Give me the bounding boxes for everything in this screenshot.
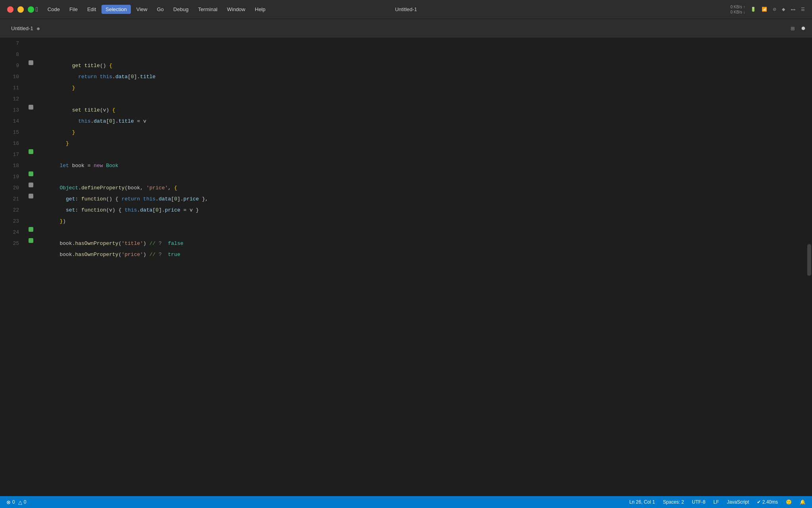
- encoding[interactable]: UTF-8: [692, 499, 705, 505]
- line-num-20: 20: [0, 183, 27, 194]
- menu-file[interactable]: File: [65, 5, 82, 14]
- code-line-20: 20 get: function() { return this.data[0]…: [0, 183, 812, 194]
- status-bar: ⊗ 0 △ 0 Ln 26, Col 1 Spaces: 2 UTF-8 LF …: [0, 496, 812, 508]
- gutter-16: [27, 138, 35, 143]
- code-line-24: 24 book.hasOwnProperty('title') // ? fal…: [0, 227, 812, 238]
- window-title: Untitled-1: [395, 6, 417, 12]
- menu-help[interactable]: Help: [251, 5, 270, 14]
- tab-bar: Untitled-1 ● ⊞ ●: [0, 19, 812, 38]
- gutter-19: [27, 171, 35, 176]
- title-bar-right: 0 KB/s ↑ 0 KB/s ↓ 🔋 📶 ⊘ ◆ ••• ☰: [730, 4, 805, 15]
- kb-speed: 0 KB/s ↑ 0 KB/s ↓: [730, 4, 745, 15]
- code-line-17: 17 let book = new Book: [0, 149, 812, 160]
- line-num-15: 15: [0, 127, 27, 138]
- minimize-button[interactable]: [17, 6, 24, 13]
- gutter-15: [27, 127, 35, 132]
- menu-go[interactable]: Go: [153, 5, 168, 14]
- gutter-22: [27, 205, 35, 210]
- line-num-8: 8: [0, 49, 27, 60]
- menu-apple[interactable]: : [32, 4, 42, 15]
- editor-container: 7 8 get title() { 9 return this.data[0].…: [0, 38, 812, 496]
- spaces[interactable]: Spaces: 2: [663, 499, 684, 505]
- gutter-23: [27, 216, 35, 221]
- gutter-7: [27, 38, 35, 43]
- line-num-18: 18: [0, 160, 27, 171]
- status-error[interactable]: ⊗ 0 △ 0: [6, 499, 26, 505]
- error-count: 0: [12, 499, 15, 505]
- code-line-13: 13 this.data[0].title = v: [0, 105, 812, 116]
- more-icon: •••: [791, 7, 795, 12]
- line-num-7: 7: [0, 38, 27, 49]
- tab-right-icons: ⊞ ●: [791, 24, 806, 33]
- battery-icon: 🔋: [751, 7, 756, 12]
- bell-icon: 🔔: [800, 499, 806, 505]
- menu-bar:  Code File Edit Selection View Go Debug…: [32, 4, 270, 15]
- code-line-11: 11: [0, 83, 812, 94]
- scrollbar-thumb[interactable]: [807, 244, 811, 276]
- gutter-13: [27, 105, 35, 110]
- gutter-10: [27, 71, 35, 76]
- warning-icon: △: [18, 499, 22, 505]
- gutter-11: [27, 83, 35, 87]
- tab-untitled[interactable]: Untitled-1 ●: [6, 23, 45, 35]
- code-line-21: 21 set: function(v) { this.data[0].price…: [0, 194, 812, 205]
- gutter-25: [27, 238, 35, 243]
- language[interactable]: JavaScript: [727, 499, 749, 505]
- gutter-21: [27, 194, 35, 198]
- layout-icon: ☰: [801, 7, 805, 12]
- split-editor-icon[interactable]: ⊞: [791, 25, 795, 33]
- code-line-12: 12 set title(v) {: [0, 94, 812, 105]
- warning-count: 0: [24, 499, 27, 505]
- menu-selection[interactable]: Selection: [102, 5, 130, 14]
- code-line-10: 10 }: [0, 71, 812, 83]
- smiley-icon: 🙂: [786, 499, 792, 505]
- line-ending[interactable]: LF: [713, 499, 719, 505]
- code-line-9: 9 return this.data[0].title: [0, 60, 812, 71]
- line-content-25: book.hasOwnProperty('price') // ? true: [35, 238, 812, 271]
- code-line-14: 14 }: [0, 116, 812, 127]
- code-line-16: 16: [0, 138, 812, 149]
- gutter-8: [27, 49, 35, 54]
- title-bar:  Code File Edit Selection View Go Debug…: [0, 0, 812, 19]
- code-line-19: 19 Object.defineProperty(book, 'price', …: [0, 171, 812, 183]
- line-num-23: 23: [0, 216, 27, 227]
- timing: ✔ 2.40ms: [757, 499, 778, 505]
- menu-window[interactable]: Window: [223, 5, 249, 14]
- menu-edit[interactable]: Edit: [83, 5, 100, 14]
- line-num-9: 9: [0, 60, 27, 71]
- tab-dot: ●: [36, 25, 40, 32]
- code-area[interactable]: 7 8 get title() { 9 return this.data[0].…: [0, 38, 812, 496]
- gutter-20: [27, 183, 35, 187]
- error-icon: ⊗: [6, 499, 11, 505]
- line-num-10: 10: [0, 71, 27, 83]
- menu-debug[interactable]: Debug: [169, 5, 192, 14]
- gutter-14: [27, 116, 35, 121]
- line-num-19: 19: [0, 171, 27, 183]
- tab-label: Untitled-1: [11, 25, 33, 31]
- gutter-17: [27, 149, 35, 154]
- gutter-9: [27, 60, 35, 65]
- line-num-13: 13: [0, 105, 27, 116]
- traffic-lights: [7, 6, 34, 13]
- line-num-11: 11: [0, 83, 27, 94]
- menu-terminal[interactable]: Terminal: [194, 5, 221, 14]
- code-line-15: 15 }: [0, 127, 812, 138]
- line-num-22: 22: [0, 205, 27, 216]
- menu-code[interactable]: Code: [44, 5, 64, 14]
- menu-view[interactable]: View: [132, 5, 151, 14]
- code-line-22: 22 }): [0, 205, 812, 216]
- code-line-25: 25 book.hasOwnProperty('price') // ? tru…: [0, 238, 812, 249]
- gutter-24: [27, 227, 35, 232]
- status-right: Ln 26, Col 1 Spaces: 2 UTF-8 LF JavaScri…: [629, 499, 806, 505]
- cursor-position[interactable]: Ln 26, Col 1: [629, 499, 655, 505]
- line-num-21: 21: [0, 194, 27, 205]
- line-num-14: 14: [0, 116, 27, 127]
- line-num-24: 24: [0, 227, 27, 238]
- code-line-8: 8 get title() {: [0, 49, 812, 60]
- gutter-12: [27, 94, 35, 98]
- close-button[interactable]: [7, 6, 13, 13]
- scrollbar-track[interactable]: [806, 38, 812, 496]
- code-line-18: 18: [0, 160, 812, 171]
- status-icon: ⊘: [773, 7, 776, 12]
- line-num-25: 25: [0, 238, 27, 249]
